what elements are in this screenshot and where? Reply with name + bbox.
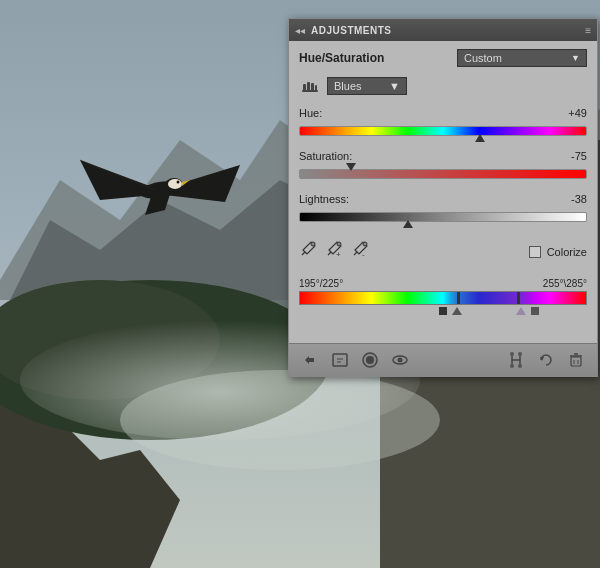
channel-value: Blues (334, 80, 362, 92)
svg-rect-38 (571, 357, 581, 366)
range-handle-1[interactable] (439, 307, 447, 315)
svg-point-32 (398, 358, 403, 363)
preset-value: Custom (464, 52, 502, 64)
reset-button[interactable] (535, 349, 557, 371)
svg-point-16 (177, 181, 180, 184)
forward-button[interactable] (329, 349, 351, 371)
eyedropper-tool[interactable] (299, 240, 317, 258)
hue-thumb[interactable] (475, 134, 485, 142)
svg-point-24 (337, 242, 341, 246)
range-handle-2[interactable] (452, 307, 462, 315)
saturation-thumb[interactable] (346, 163, 356, 171)
panel-menu-icon[interactable]: ≡ (585, 25, 591, 36)
channel-arrow-icon: ▼ (389, 80, 400, 92)
svg-point-8 (120, 370, 440, 470)
svg-point-14 (168, 179, 182, 189)
lightness-thumb[interactable] (403, 220, 413, 228)
preset-dropdown[interactable]: Custom ▼ (457, 49, 587, 67)
hue-label: Hue: (299, 107, 322, 119)
svg-text:-: - (362, 250, 365, 257)
lightness-label: Lightness: (299, 193, 349, 205)
adjustments-panel: ◂◂ ADJUSTMENTS ≡ Hue/Saturation Custom ▼ (288, 18, 598, 377)
lightness-slider-row: Lightness: -38 (299, 193, 587, 226)
lightness-track (299, 212, 587, 222)
hue-slider-row: Hue: +49 (299, 107, 587, 140)
back-button[interactable] (299, 349, 321, 371)
delete-button[interactable] (565, 349, 587, 371)
saturation-label: Saturation: (299, 150, 352, 162)
svg-point-23 (311, 242, 315, 246)
hue-slider[interactable] (299, 122, 587, 140)
lightness-value: -38 (557, 193, 587, 205)
colorize-row: Colorize (529, 246, 587, 258)
svg-text:+: + (336, 250, 341, 257)
clip-button[interactable] (505, 349, 527, 371)
hue-value: +49 (557, 107, 587, 119)
section-title: Hue/Saturation (299, 51, 384, 65)
color-bar-container[interactable] (299, 291, 587, 313)
lightness-slider[interactable] (299, 208, 587, 226)
range-right-label: 255°\285° (543, 278, 587, 289)
panel-titlebar: ◂◂ ADJUSTMENTS ≡ (289, 19, 597, 41)
colorize-label: Colorize (547, 246, 587, 258)
svg-point-35 (510, 364, 514, 368)
svg-rect-28 (333, 354, 347, 366)
saturation-slider-row: Saturation: -75 (299, 150, 587, 183)
sat-track (299, 169, 587, 179)
svg-point-34 (518, 352, 522, 356)
channel-row: Blues ▼ (299, 77, 587, 95)
range-handle-3[interactable] (516, 307, 526, 315)
channel-icon (299, 77, 321, 95)
panel-title: ADJUSTMENTS (311, 25, 392, 36)
tools-row: + - (299, 240, 369, 258)
colorize-checkbox[interactable] (529, 246, 541, 258)
color-range-section: 195°/225° 255°\285° (299, 278, 587, 313)
channel-dropdown[interactable]: Blues ▼ (327, 77, 407, 95)
toolbar-left (299, 349, 411, 371)
color-bar (299, 291, 587, 305)
saturation-value: -75 (557, 150, 587, 162)
fade-right-handle (520, 292, 534, 304)
range-labels: 195°/225° 255°\285° (299, 278, 587, 289)
hue-track (299, 126, 587, 136)
mask-button[interactable] (359, 349, 381, 371)
svg-point-30 (366, 356, 374, 364)
panel-body: Hue/Saturation Custom ▼ Blues ▼ (289, 41, 597, 343)
header-row: Hue/Saturation Custom ▼ (299, 49, 587, 67)
svg-rect-22 (302, 90, 318, 92)
fade-left-handle (443, 292, 457, 304)
eyedropper-subtract-tool[interactable]: - (351, 240, 369, 258)
range-handle-4[interactable] (531, 307, 539, 315)
collapse-icon[interactable]: ◂◂ (295, 25, 305, 36)
visibility-button[interactable] (389, 349, 411, 371)
eyedropper-add-tool[interactable]: + (325, 240, 343, 258)
svg-point-33 (510, 352, 514, 356)
range-left-label: 195°/225° (299, 278, 343, 289)
spacer (299, 313, 587, 333)
bottom-toolbar (289, 343, 597, 376)
preset-arrow-icon: ▼ (571, 53, 580, 63)
toolbar-right (505, 349, 587, 371)
svg-point-26 (363, 242, 367, 246)
blue-selection-overlay (457, 292, 520, 304)
svg-point-36 (518, 364, 522, 368)
saturation-slider[interactable] (299, 165, 587, 183)
